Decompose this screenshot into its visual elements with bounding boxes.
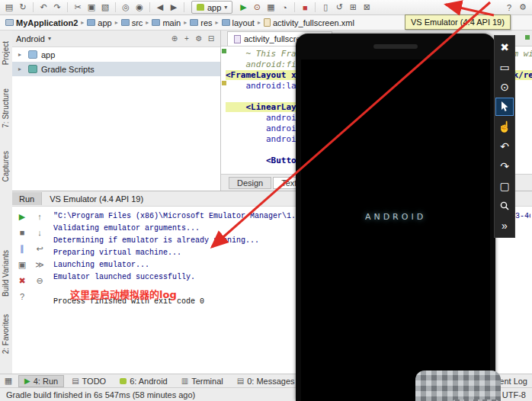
cursor-icon[interactable] bbox=[495, 98, 514, 116]
tree-node-label: app bbox=[41, 50, 55, 59]
run-icon[interactable]: ▶ bbox=[237, 2, 249, 13]
breadcrumb-item-layout[interactable]: layout bbox=[220, 18, 256, 27]
tool-windows-icon[interactable]: ▦ bbox=[3, 376, 14, 386]
soft-wrap-icon[interactable]: ↩ bbox=[34, 243, 46, 254]
android-icon bbox=[197, 4, 204, 11]
toolbar-separator bbox=[315, 2, 316, 12]
close-icon[interactable]: ✖ bbox=[17, 275, 28, 286]
toolwindow-button-4-run[interactable]: ▶4: Run bbox=[18, 375, 64, 387]
tree-node-gradle-scripts[interactable]: ▸Gradle Scripts bbox=[12, 62, 220, 76]
tool-button-project[interactable]: Project bbox=[2, 41, 10, 65]
emulator-screen[interactable]: android bbox=[301, 59, 490, 401]
sync-icon[interactable]: ↻ bbox=[17, 2, 29, 13]
find-icon[interactable]: ◎ bbox=[120, 2, 132, 13]
scroll-end-icon[interactable]: ≫ bbox=[34, 259, 46, 270]
replace-icon[interactable]: ◉ bbox=[133, 2, 146, 13]
project-panel-header: Android ▾ ⊕+⚙⊟ bbox=[12, 30, 220, 47]
breadcrumb-item-src[interactable]: src bbox=[120, 18, 145, 27]
redo-icon[interactable]: ↷ bbox=[51, 2, 63, 13]
tree-node-app[interactable]: ▸app bbox=[12, 47, 220, 62]
rotate-right-icon[interactable]: ↷ bbox=[495, 157, 514, 175]
toolbar-separator bbox=[149, 2, 150, 12]
toolwindow-label: TODO bbox=[82, 377, 107, 386]
left-tool-strip: Project7: StructureCapturesBuild Variant… bbox=[0, 30, 13, 374]
avd-manager-icon[interactable]: ▯ bbox=[319, 2, 332, 13]
breadcrumb-item-main[interactable]: main bbox=[150, 18, 182, 27]
touch-icon[interactable]: ☝ bbox=[495, 117, 514, 136]
toolbar-separator bbox=[184, 2, 184, 12]
breadcrumb-item-myapplication2[interactable]: MyApplication2 bbox=[4, 18, 79, 27]
up-icon[interactable]: ↑ bbox=[34, 211, 46, 222]
breadcrumb-label: res bbox=[200, 18, 212, 27]
clear-icon[interactable]: ⊖ bbox=[34, 275, 46, 286]
tool-button-7-structure[interactable]: 7: Structure bbox=[2, 88, 10, 128]
toolwindow-button-0-messages[interactable]: ▤0: Messages bbox=[231, 375, 301, 387]
down-icon[interactable]: ↓ bbox=[34, 227, 46, 238]
chevron-right-icon: ▸ bbox=[215, 19, 220, 26]
xml-file-icon bbox=[264, 18, 271, 27]
chevron-down-icon: ▾ bbox=[224, 4, 227, 11]
sync-gradle-icon[interactable]: ↺ bbox=[333, 2, 345, 13]
sdk-manager-icon[interactable]: ⊞ bbox=[347, 2, 359, 13]
breadcrumb-item-activity-fullscreen-xml[interactable]: activity_fullscreen.xml bbox=[262, 18, 356, 27]
folder-icon bbox=[222, 19, 230, 26]
toolwindow-button-terminal[interactable]: ▥Terminal bbox=[175, 375, 229, 387]
breadcrumb-item-app[interactable]: app bbox=[85, 18, 113, 27]
breadcrumb-label: activity_fullscreen.xml bbox=[273, 18, 354, 27]
forward-arrow-icon[interactable]: ▶ bbox=[168, 2, 180, 13]
build-icon[interactable]: ⊠ bbox=[361, 2, 373, 13]
rerun-icon[interactable]: ▶ bbox=[17, 211, 28, 222]
settings-icon[interactable]: ⚙ bbox=[194, 34, 204, 43]
tool-button-2-favorites[interactable]: 2: Favorites bbox=[2, 314, 10, 354]
chevron-right-icon: ▸ bbox=[80, 19, 85, 26]
settings-icon[interactable]: ⚙ bbox=[517, 2, 529, 13]
tab-design[interactable]: Design bbox=[229, 177, 271, 189]
folder-icon bbox=[190, 19, 198, 26]
expand-arrow-icon[interactable]: ▸ bbox=[18, 51, 24, 58]
save-icon[interactable]: ▤ bbox=[3, 2, 15, 13]
collapse-icon[interactable]: ⊟ bbox=[206, 34, 216, 43]
project-panel: Android ▾ ⊕+⚙⊟ ▸app▸Gradle Scripts bbox=[12, 30, 221, 191]
emulator-window: android ✖▭⊙☝↶↷▢» bbox=[296, 34, 517, 401]
restore-icon[interactable]: ▣ bbox=[17, 259, 28, 270]
project-view-selector[interactable]: Android bbox=[16, 34, 45, 43]
run-config-selector[interactable]: app▾ bbox=[191, 1, 232, 14]
back-arrow-icon[interactable]: ◀ bbox=[154, 2, 166, 13]
power-icon[interactable]: ⊙ bbox=[495, 78, 514, 96]
coverage-icon[interactable]: ▦ bbox=[264, 2, 277, 13]
tool-button-build-variants[interactable]: Build Variants bbox=[2, 250, 10, 297]
stop-icon[interactable]: ■ bbox=[17, 227, 28, 238]
debug-icon[interactable]: ⊙ bbox=[251, 2, 263, 13]
breadcrumb-label: MyApplication2 bbox=[16, 18, 78, 27]
help-icon[interactable]: ? bbox=[503, 2, 515, 13]
rotate-left-icon[interactable]: ↶ bbox=[495, 137, 514, 156]
chevron-right-icon: ▸ bbox=[257, 19, 261, 26]
stop-icon[interactable]: ■ bbox=[299, 2, 311, 13]
copy-icon[interactable]: ▣ bbox=[85, 2, 98, 13]
minimize-icon[interactable]: ▭ bbox=[495, 58, 514, 76]
profile-icon[interactable]: ◔ bbox=[278, 2, 290, 13]
pause-icon[interactable]: ∥ bbox=[17, 243, 28, 254]
target-icon[interactable]: ⊕ bbox=[169, 34, 180, 43]
fit-to-screen-icon[interactable]: ▢ bbox=[495, 177, 514, 195]
main-toolbar: ▤↻↶↷✂▣▧◎◉◀▶app▾▶⊙▦◔■▯↺⊞⊠?⚙ bbox=[0, 0, 532, 15]
breadcrumb-item-res[interactable]: res bbox=[188, 18, 213, 27]
toolbar-separator bbox=[294, 2, 295, 12]
project-header-icons: ⊕+⚙⊟ bbox=[169, 34, 216, 43]
more-icon[interactable]: » bbox=[495, 217, 514, 235]
project-folder-icon bbox=[5, 19, 14, 26]
undo-icon[interactable]: ↶ bbox=[37, 2, 50, 13]
cut-icon[interactable]: ✂ bbox=[72, 2, 84, 13]
zoom-icon[interactable] bbox=[495, 197, 514, 215]
toolwindow-button-6-android[interactable]: 6: Android bbox=[114, 375, 174, 387]
tool-button-captures[interactable]: Captures bbox=[2, 151, 10, 182]
help-icon[interactable]: ? bbox=[17, 291, 28, 302]
paste-icon[interactable]: ▧ bbox=[99, 2, 111, 13]
plus-icon[interactable]: + bbox=[181, 34, 192, 43]
run-tab[interactable]: Run bbox=[12, 192, 42, 205]
emulator-toolbar: ✖▭⊙☝↶↷▢» bbox=[494, 35, 515, 238]
toolwindow-button-todo[interactable]: ▤TODO bbox=[66, 375, 112, 387]
gradle-icon bbox=[28, 65, 37, 73]
close-icon[interactable]: ✖ bbox=[495, 38, 514, 56]
expand-arrow-icon[interactable]: ▸ bbox=[18, 66, 24, 72]
